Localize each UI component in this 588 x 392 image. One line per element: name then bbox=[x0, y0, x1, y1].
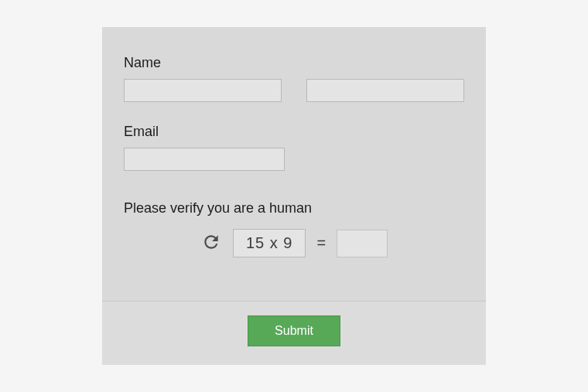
captcha-label: Please verify you are a human bbox=[124, 200, 464, 216]
captcha-question: 15 x 9 bbox=[233, 229, 306, 257]
submit-button[interactable]: Submit bbox=[248, 315, 340, 346]
email-field-group: Email bbox=[124, 124, 464, 171]
captcha-answer-input[interactable] bbox=[337, 230, 388, 257]
form-card: Name Email Please verify you are a human bbox=[102, 27, 486, 365]
captcha-field-group: Please verify you are a human 15 x 9 = bbox=[124, 200, 464, 257]
refresh-icon bbox=[201, 232, 221, 254]
form-body: Name Email Please verify you are a human bbox=[102, 27, 486, 301]
name-row bbox=[124, 79, 464, 102]
first-name-input[interactable] bbox=[124, 79, 282, 102]
email-input[interactable] bbox=[124, 148, 285, 171]
name-field-group: Name bbox=[124, 55, 464, 102]
name-label: Name bbox=[124, 55, 464, 71]
email-label: Email bbox=[124, 124, 464, 140]
captcha-row: 15 x 9 = bbox=[124, 229, 464, 257]
captcha-refresh-button[interactable] bbox=[200, 233, 222, 254]
captcha-equals: = bbox=[316, 234, 326, 252]
last-name-input[interactable] bbox=[306, 79, 464, 102]
form-footer: Submit bbox=[102, 301, 486, 365]
